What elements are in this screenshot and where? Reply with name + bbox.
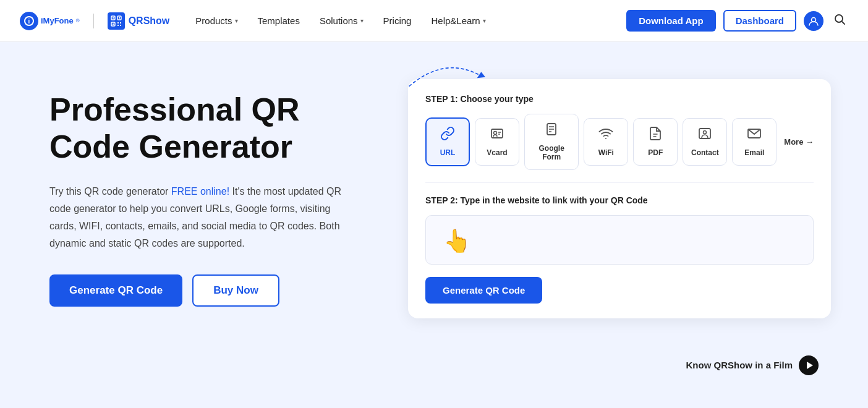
email-icon (747, 126, 762, 145)
qrshow-text: QRShow (129, 15, 170, 27)
svg-point-17 (494, 132, 497, 135)
hero-description: Try this QR code generator FREE online! … (49, 183, 346, 252)
curved-arrow-icon (396, 61, 495, 91)
nav-products[interactable]: Products ▾ (187, 11, 246, 31)
nav-help[interactable]: Help&Learn ▾ (422, 11, 494, 31)
buy-now-button[interactable]: Buy Now (192, 274, 279, 307)
step-divider (425, 182, 814, 183)
type-card-wifi[interactable]: WiFi (584, 118, 628, 165)
type-card-contact[interactable]: Contact (683, 118, 727, 165)
svg-point-24 (605, 138, 606, 139)
type-card-vcard-label: Vcard (487, 148, 507, 157)
type-card-url[interactable]: URL (425, 117, 470, 166)
type-card-googleform[interactable]: Google Form (524, 114, 579, 170)
type-card-wifi-label: WiFi (598, 148, 614, 157)
generate-qr-button[interactable]: Generate QR Code (425, 277, 542, 304)
qr-panel: STEP 1: Choose your type URL (408, 79, 831, 318)
nav-templates[interactable]: Templates (249, 11, 308, 31)
wifi-icon (598, 126, 613, 145)
nav-solutions[interactable]: Solutions ▾ (311, 11, 372, 31)
svg-rect-7 (113, 23, 114, 25)
svg-rect-11 (120, 25, 121, 26)
pdf-icon (648, 126, 663, 145)
url-input-box[interactable]: 👆 (425, 215, 814, 265)
logo-area[interactable]: i iMyFone® QRSh (20, 12, 169, 30)
logo-reg: ® (76, 18, 80, 23)
type-card-pdf[interactable]: PDF (633, 118, 678, 165)
generate-qr-code-button[interactable]: Generate QR Code (49, 274, 182, 307)
svg-text:i: i (28, 18, 30, 25)
dashboard-button[interactable]: Dashboard (723, 10, 796, 32)
svg-point-13 (835, 15, 843, 22)
logo-divider (93, 14, 94, 28)
hero-title: Professional QR Code Generator (49, 91, 371, 166)
svg-point-26 (704, 131, 707, 134)
imyfone-text: iMyFone (41, 16, 74, 25)
contact-icon (697, 126, 712, 145)
nav-links: Products ▾ Templates Solutions ▾ Pricing… (187, 11, 626, 31)
play-button[interactable] (799, 355, 819, 375)
chevron-down-icon: ▾ (483, 17, 486, 24)
step2-label: STEP 2: Type in the website to link with… (425, 195, 814, 205)
type-card-email-label: Email (744, 148, 764, 157)
type-cards-row: URL Vcard (425, 114, 814, 170)
type-card-vcard[interactable]: Vcard (475, 118, 519, 165)
know-qrshow-bar: Know QRShow in a Film (0, 343, 868, 381)
link-icon (440, 126, 455, 145)
know-qrshow-label: Know QRShow in a Film (686, 360, 793, 370)
svg-marker-15 (477, 72, 485, 78)
step1-label: STEP 1: Choose your type (425, 94, 814, 104)
qrshow-logo: QRShow (108, 12, 170, 30)
more-types-link[interactable]: More → (784, 137, 814, 147)
chevron-down-icon: ▾ (360, 17, 364, 24)
googleform-icon (544, 122, 559, 140)
svg-line-14 (842, 22, 845, 24)
chevron-down-icon: ▾ (235, 17, 238, 24)
svg-rect-8 (117, 22, 119, 23)
type-card-pdf-label: PDF (648, 148, 663, 157)
svg-rect-6 (119, 17, 120, 19)
svg-rect-9 (120, 22, 121, 23)
svg-rect-5 (113, 17, 114, 19)
nav-actions: Download App Dashboard (626, 10, 848, 32)
type-card-url-label: URL (440, 148, 456, 157)
type-card-googleform-label: Google Form (534, 144, 569, 162)
imyfone-logo: i iMyFone® (20, 12, 80, 30)
user-avatar[interactable] (804, 11, 823, 31)
type-card-contact-label: Contact (691, 148, 719, 157)
step2-area: 👆 Generate QR Code (425, 215, 814, 304)
cursor-hand-icon: 👆 (443, 228, 471, 254)
svg-rect-10 (117, 25, 119, 26)
hero-section: Professional QR Code Generator Try this … (0, 42, 868, 343)
qr-icon-box (108, 12, 125, 30)
logo-circle-icon: i (20, 12, 38, 30)
nav-pricing[interactable]: Pricing (375, 11, 420, 31)
hero-left: Professional QR Code Generator Try this … (49, 79, 371, 307)
download-app-button[interactable]: Download App (626, 10, 715, 32)
hero-right: STEP 1: Choose your type URL (408, 79, 831, 318)
vcard-icon (490, 126, 504, 145)
navbar: i iMyFone® QRSh (0, 0, 868, 42)
type-card-email[interactable]: Email (732, 118, 777, 165)
hero-buttons: Generate QR Code Buy Now (49, 274, 371, 307)
search-icon[interactable] (831, 11, 848, 31)
